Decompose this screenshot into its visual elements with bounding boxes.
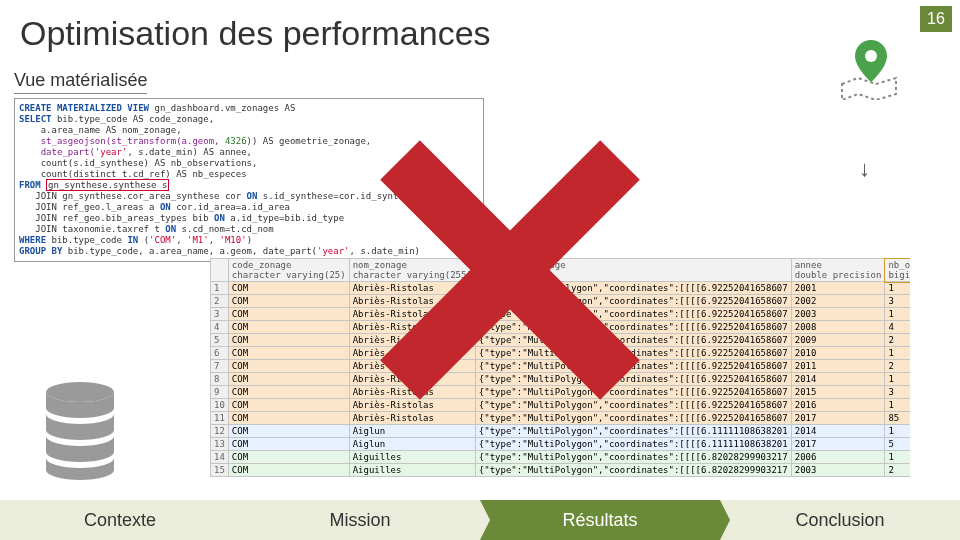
table-row: 12COMAiglun{"type":"MultiPolygon","coord… — [211, 425, 911, 438]
page-subtitle: Vue matérialisée — [14, 70, 147, 94]
cell: COM — [228, 386, 349, 399]
cell: {"type":"MultiPolygon","coordinates":[[[… — [475, 451, 791, 464]
cell: 2 — [211, 295, 229, 308]
cell: Abriès-Ristolas — [349, 360, 475, 373]
sql-text: IN — [127, 235, 138, 245]
database-icon — [40, 380, 120, 484]
nav-step-contexte[interactable]: Contexte — [0, 500, 240, 540]
cell: 5 — [885, 438, 910, 451]
sql-text: FROM — [19, 180, 46, 190]
table-row: 6COMAbriès-Ristolas{"type":"MultiPolygon… — [211, 347, 911, 360]
sql-text: s.cd_nom=t.cd_nom — [176, 224, 274, 234]
table-row: 10COMAbriès-Ristolas{"type":"MultiPolygo… — [211, 399, 911, 412]
nav-step-resultats[interactable]: Résultats — [480, 500, 720, 540]
cell: Abriès-Ristolas — [349, 386, 475, 399]
col-header: annee — [795, 260, 822, 270]
slide: 16 Optimisation des performances Vue mat… — [0, 0, 960, 540]
cell: {"type":"MultiPolygon","coordinates":[[[… — [475, 295, 791, 308]
sql-text: st_asgeojson(st_transform(a.geom, — [19, 136, 225, 146]
cell: COM — [228, 308, 349, 321]
cell: COM — [228, 451, 349, 464]
nav-step-conclusion[interactable]: Conclusion — [720, 500, 960, 540]
cell: Abriès-Ristolas — [349, 412, 475, 425]
svg-point-0 — [865, 50, 877, 62]
cell: 13 — [211, 438, 229, 451]
nav-bar: Contexte Mission Résultats Conclusion — [0, 500, 960, 540]
cell: {"type":"MultiPolygon","coordinates":[[[… — [475, 308, 791, 321]
cell: 2 — [885, 334, 910, 347]
sql-text: ON — [214, 213, 225, 223]
sql-text: WHERE — [19, 235, 46, 245]
cell: 1 — [885, 308, 910, 321]
sql-text: , — [176, 235, 187, 245]
cell: Aiguilles — [349, 451, 475, 464]
sql-text: 'M1' — [187, 235, 209, 245]
col-header: nom_zonage — [353, 260, 407, 270]
cell: {"type":"MultiPolygon","coordinates":[[[… — [475, 334, 791, 347]
cell: COM — [228, 438, 349, 451]
table-row: 8COMAbriès-Ristolas{"type":"MultiPolygon… — [211, 373, 911, 386]
cell: COM — [228, 347, 349, 360]
cell: 3 — [211, 308, 229, 321]
sql-text: JOIN ref_geo.bib_areas_types bib — [19, 213, 214, 223]
cell: 1 — [885, 347, 910, 360]
sql-text: )) AS geometrie_zonage, — [247, 136, 372, 146]
cell: 12 — [211, 425, 229, 438]
arrow-down-icon: ↓ — [859, 156, 870, 182]
sql-text: , s.date_min) AS annee, — [127, 147, 252, 157]
sql-text: bib.type_code, a.area_name, a.geom, date… — [62, 246, 317, 256]
cell: Aiguilles — [349, 464, 475, 477]
cell: 3 — [885, 295, 910, 308]
cell: {"type":"MultiPolygon","coordinates":[[[… — [475, 386, 791, 399]
cell: 4 — [211, 321, 229, 334]
cell: {"type":"MultiPolygon","coordinates":[[[… — [475, 438, 791, 451]
sql-text: a.id_type=bib.id_type — [225, 213, 344, 223]
sql-text: ON — [165, 224, 176, 234]
col-header: nb_observations — [888, 260, 910, 270]
sql-text: gn_dashboard.vm_zonages AS — [149, 103, 295, 113]
cell: {"type":"MultiPolygon","coordinates":[[[… — [475, 360, 791, 373]
cell: 2003 — [791, 308, 885, 321]
sql-text: JOIN ref_geo.l_areas a — [19, 202, 160, 212]
cell: 8 — [211, 373, 229, 386]
sql-text: count(s.id_synthese) AS nb_observations, — [19, 158, 257, 168]
cell: 9 — [211, 386, 229, 399]
cell: Abriès-Ristolas — [349, 399, 475, 412]
cell: 2 — [885, 464, 910, 477]
cell: 2008 — [791, 321, 885, 334]
table-row: 14COMAiguilles{"type":"MultiPolygon","co… — [211, 451, 911, 464]
sql-text: 4326 — [225, 136, 247, 146]
sql-text: JOIN gn_synthese.cor_area_synthese cor — [19, 191, 247, 201]
cell: 2009 — [791, 334, 885, 347]
col-header: code_zonage — [232, 260, 292, 270]
sql-text: JOIN taxonomie.taxref t — [19, 224, 165, 234]
sql-text: ( — [138, 235, 149, 245]
page-number: 16 — [920, 6, 952, 32]
cell: 6 — [211, 347, 229, 360]
cell: COM — [228, 412, 349, 425]
nav-step-mission[interactable]: Mission — [240, 500, 480, 540]
cell: 85 — [885, 412, 910, 425]
cell: 2017 — [791, 438, 885, 451]
sql-text: CREATE MATERIALIZED VIEW — [19, 103, 149, 113]
cell: 4 — [885, 321, 910, 334]
table-row: 2COMAbriès-Ristolas{"type":"MultiPolygon… — [211, 295, 911, 308]
cell: {"type":"MultiPolygon","coordinates":[[[… — [475, 464, 791, 477]
sql-text: bib.type_code — [46, 235, 127, 245]
cell: 14 — [211, 451, 229, 464]
cell: 15 — [211, 464, 229, 477]
cell: 2010 — [791, 347, 885, 360]
sql-text: a.area_name AS nom_zonage, — [19, 125, 182, 135]
col-type: bigint — [888, 270, 910, 280]
cell: 1 — [211, 282, 229, 295]
cell: 1 — [885, 451, 910, 464]
col-type: text — [479, 270, 501, 280]
table-row: 1COMAbriès-Ristolas{"type":"MultiPolygon… — [211, 282, 911, 295]
cell: {"type":"MultiPolygon","coordinates":[[[… — [475, 321, 791, 334]
cell: Aiglun — [349, 425, 475, 438]
sql-text: cor.id_area=a.id_area — [171, 202, 290, 212]
table-row: 3COMAbriès-Ristolas{"type":"MultiPolygon… — [211, 308, 911, 321]
col-header: geometrie_zonage — [479, 260, 566, 270]
cell: 2014 — [791, 425, 885, 438]
table-row: 4COMAbriès-Ristolas{"type":"MultiPolygon… — [211, 321, 911, 334]
